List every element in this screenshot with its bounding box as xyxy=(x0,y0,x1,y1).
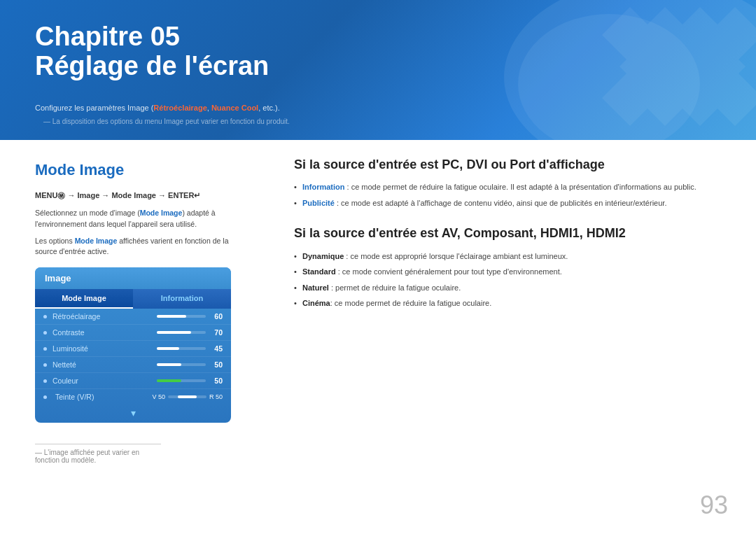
section-av-title: Si la source d'entrée est AV, Composant,… xyxy=(294,225,728,241)
row-luminosite: Luminosité 45 xyxy=(35,341,231,357)
tab-mode-image[interactable]: Mode Image xyxy=(35,289,133,309)
svg-marker-9 xyxy=(672,70,728,126)
highlight-nuancecool: Nuance Cool xyxy=(211,104,258,112)
row-label-luminosite: Luminosité xyxy=(52,344,157,353)
teinte-label: Teinte (V/R) xyxy=(55,393,149,401)
menu-path: MENU㊙ → Image → Mode Image → ENTER↵ xyxy=(35,190,252,201)
ui-header: Image xyxy=(35,267,231,289)
section-pc-bullets: Information : ce mode permet de réduire … xyxy=(294,181,728,209)
header-note: ― La disposition des options du menu Ima… xyxy=(43,118,290,125)
row-dot xyxy=(43,379,47,383)
row-contraste: Contraste 70 xyxy=(35,325,231,341)
term-dynamique: Dynamique xyxy=(302,252,344,260)
row-dot xyxy=(43,395,47,399)
right-column: Si la source d'entrée est PC, DVI ou Por… xyxy=(273,147,756,534)
header-banner: Chapitre 05 Réglage de l'écran Configure… xyxy=(0,0,756,140)
row-bar-nettete: 50 xyxy=(157,360,223,369)
svg-marker-10 xyxy=(707,70,756,126)
left-column: Mode Image MENU㊙ → Image → Mode Image → … xyxy=(0,147,273,534)
image-ui-mockup: Image Mode Image Information Rétroéclair… xyxy=(35,267,231,423)
row-nettete: Netteté 50 xyxy=(35,357,231,373)
row-dot xyxy=(43,315,47,318)
header-title: Chapitre 05 Réglage de l'écran xyxy=(35,22,269,81)
row-bar-luminosite: 45 xyxy=(157,344,223,353)
svg-marker-7 xyxy=(602,70,658,126)
row-label-couleur: Couleur xyxy=(52,377,157,385)
row-bar-couleur: 50 xyxy=(157,377,223,385)
row-label-retroeclairage: Rétroéclairage xyxy=(52,312,157,321)
row-bar-contraste: 70 xyxy=(157,328,223,337)
term-cinema: Cinéma xyxy=(302,299,330,307)
bullet-dynamique: Dynamique : ce mode est approprié lorsqu… xyxy=(294,251,728,262)
term-information: Information xyxy=(302,183,345,191)
page-number: 93 xyxy=(700,491,728,520)
bullet-cinema: Cinéma: ce mode permet de réduire la fat… xyxy=(294,297,728,309)
section-pc-title: Si la source d'entrée est PC, DVI ou Por… xyxy=(294,157,728,173)
svg-marker-1 xyxy=(637,7,693,63)
mode-image-title: Mode Image xyxy=(35,161,252,179)
svg-marker-5 xyxy=(654,38,710,94)
term-naturel: Naturel xyxy=(302,283,329,292)
ui-tabs: Mode Image Information xyxy=(35,289,231,309)
svg-marker-6 xyxy=(690,38,746,94)
section-pc-dvi: Si la source d'entrée est PC, DVI ou Por… xyxy=(294,157,728,209)
row-dot xyxy=(43,331,47,335)
header-description: Configurez les paramètres Image (Rétroéc… xyxy=(35,104,280,112)
page-title: Réglage de l'écran xyxy=(35,52,269,81)
svg-marker-0 xyxy=(602,7,658,63)
teinte-left-value: V 50 xyxy=(152,393,165,400)
svg-marker-3 xyxy=(707,7,756,63)
chapter-label: Chapitre 05 xyxy=(35,22,269,52)
row-retroeclairage: Rétroéclairage 60 xyxy=(35,309,231,325)
scroll-arrow-icon: ▾ xyxy=(35,405,231,423)
highlight-retroeclairage: Rétroéclairage xyxy=(153,104,206,112)
description-1: Sélectionnez un mode d'image (Mode Image… xyxy=(35,208,252,230)
row-dot xyxy=(43,363,47,367)
tab-information[interactable]: Information xyxy=(133,289,231,309)
row-dot xyxy=(43,347,47,351)
svg-marker-8 xyxy=(637,70,693,126)
row-label-contraste: Contraste xyxy=(52,328,157,337)
term-standard: Standard xyxy=(302,267,336,276)
row-couleur: Couleur 50 xyxy=(35,373,231,389)
bullet-naturel: Naturel : permet de réduire la fatigue o… xyxy=(294,282,728,294)
term-publicite: Publicité xyxy=(302,199,335,207)
footnote: ― L'image affichée peut varier en foncti… xyxy=(35,444,161,464)
svg-marker-2 xyxy=(672,7,728,63)
section-av-bullets: Dynamique : ce mode est approprié lorsqu… xyxy=(294,251,728,309)
row-teinte: Teinte (V/R) V 50 R 50 xyxy=(35,389,231,405)
row-bar-retroeclairage: 60 xyxy=(157,312,223,321)
teinte-bar xyxy=(168,395,206,398)
row-label-nettete: Netteté xyxy=(52,360,157,369)
bullet-standard: Standard : ce mode convient généralement… xyxy=(294,266,728,278)
main-content: Mode Image MENU㊙ → Image → Mode Image → … xyxy=(0,147,756,534)
bullet-information: Information : ce mode permet de réduire … xyxy=(294,181,728,193)
section-av-hdmi: Si la source d'entrée est AV, Composant,… xyxy=(294,225,728,309)
svg-marker-4 xyxy=(620,38,676,94)
bullet-publicite: Publicité : ce mode est adapté à l'affic… xyxy=(294,197,728,209)
description-2: Les options Mode Image affichées varient… xyxy=(35,236,252,258)
teinte-right-value: R 50 xyxy=(209,393,223,400)
